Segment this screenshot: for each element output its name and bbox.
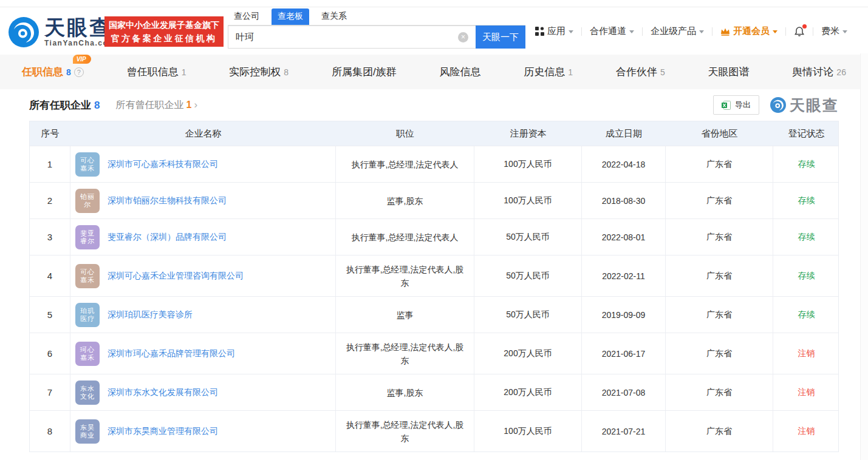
- top-nav: 应用 合作通道 企业级产品 开通会员: [535, 25, 847, 37]
- tab-public-opinion[interactable]: 舆情讨论 26: [790, 65, 849, 79]
- company-logo: 珀玑 医疗: [75, 303, 100, 327]
- row-index: 5: [30, 297, 70, 333]
- founding-date: 2021-06-17: [582, 333, 666, 374]
- tab-group[interactable]: 所属集团/族群: [329, 65, 399, 79]
- excel-icon: [722, 101, 731, 110]
- row-index: 2: [30, 183, 70, 218]
- company-logo: 可心 嘉禾: [75, 152, 100, 177]
- chevron-down-icon: [773, 30, 777, 33]
- status-badge: 注销: [773, 333, 839, 374]
- nav-open-vip[interactable]: 开通会员: [720, 25, 777, 37]
- divider: [642, 27, 643, 36]
- founding-date: 2021-07-21: [582, 411, 666, 452]
- province: 广东省: [666, 333, 773, 374]
- col-status: 登记状态: [773, 121, 839, 146]
- company-logo: 东昊 商业: [75, 419, 100, 444]
- founding-date: 2022-02-11: [582, 255, 666, 296]
- company-link[interactable]: 深圳市珂心嘉禾品牌管理有限公司: [108, 348, 235, 359]
- divider: [785, 27, 786, 36]
- search-button[interactable]: 天眼一下: [476, 25, 525, 49]
- province: 广东省: [666, 146, 773, 182]
- company-link[interactable]: 深圳市可心嘉禾科技有限公司: [108, 159, 218, 170]
- tab-past-positions[interactable]: 曾任职信息 1: [125, 65, 189, 79]
- registered-capital: 200万人民币: [474, 333, 582, 374]
- header: 天眼查 TianYanCha.com 国家中小企业发展子基金旗下 官方备案企业征…: [0, 7, 868, 55]
- positions-table: 序号 企业名称 职位 注册资本 成立日期 省份地区 登记状态 1 可心 嘉禾 深…: [29, 121, 839, 452]
- company-logo: 珂心 嘉禾: [75, 342, 100, 366]
- tab-positions[interactable]: 任职信息 8 ? VIP: [19, 65, 86, 79]
- all-positions-title[interactable]: 所有任职企业8: [29, 98, 100, 112]
- nav-cooperation[interactable]: 合作通道: [590, 25, 634, 37]
- position: 监事,股东: [336, 183, 474, 218]
- top-divider: [0, 0, 868, 7]
- status-badge: 注销: [773, 374, 839, 410]
- company-link[interactable]: 斐亚睿尔（深圳）品牌有限公司: [108, 232, 227, 243]
- province: 广东省: [666, 411, 773, 452]
- company-link[interactable]: 深圳市东昊商业管理有限公司: [108, 426, 218, 437]
- registered-capital: 50万人民币: [474, 219, 582, 255]
- nav-user[interactable]: 费米: [821, 25, 847, 37]
- founding-date: 2018-08-30: [582, 183, 666, 218]
- company-link[interactable]: 深圳可心嘉禾企业管理咨询有限公司: [108, 271, 244, 282]
- past-positions-link[interactable]: 所有曾任职企业 1 ›: [115, 99, 197, 112]
- position: 执行董事,总经理,法定代表人,股东: [336, 333, 474, 374]
- search-tab-company[interactable]: 查公司: [228, 8, 265, 25]
- company-link[interactable]: 深圳市东水文化发展有限公司: [108, 387, 218, 398]
- row-index: 4: [30, 255, 70, 296]
- position: 监事: [336, 297, 474, 333]
- tianyancha-logo-icon: [9, 17, 39, 47]
- search-tab-relation[interactable]: 查关系: [315, 8, 353, 25]
- section-header: 所有任职企业8 所有曾任职企业 1 › 导出: [29, 89, 839, 121]
- nav-apps[interactable]: 应用: [535, 25, 573, 37]
- official-credential-badge: 国家中小企业发展子基金旗下 官方备案企业征信机构: [104, 16, 224, 47]
- apps-grid-icon: [535, 27, 544, 36]
- table-row: 4 可心 嘉禾 深圳可心嘉禾企业管理咨询有限公司 执行董事,总经理,法定代表人,…: [30, 255, 838, 296]
- position: 执行董事,总经理,法定代表人: [336, 219, 474, 255]
- company-logo: 铂丽 尔: [75, 189, 100, 213]
- company-link[interactable]: 深圳珀玑医疗美容诊所: [108, 309, 193, 320]
- status-badge: 存续: [773, 297, 839, 333]
- company-link[interactable]: 深圳市铂丽尔生物科技有限公司: [108, 195, 227, 206]
- province: 广东省: [666, 219, 773, 255]
- help-icon[interactable]: ?: [74, 67, 84, 77]
- col-company: 企业名称: [70, 121, 336, 146]
- founding-date: 2019-09-09: [582, 297, 666, 333]
- scrollbar[interactable]: [860, 53, 868, 460]
- badge-line-2: 官方备案企业征信机构: [111, 32, 217, 45]
- clear-search-icon[interactable]: ×: [458, 32, 468, 42]
- registered-capital: 100万人民币: [474, 146, 582, 182]
- export-button[interactable]: 导出: [713, 95, 759, 115]
- province: 广东省: [666, 255, 773, 296]
- status-badge: 存续: [773, 183, 839, 218]
- notifications-bell[interactable]: [794, 26, 805, 37]
- positions-count: 8: [94, 100, 100, 111]
- tab-graph[interactable]: 天眼图谱: [706, 65, 752, 79]
- table-row: 7 东水 文化 深圳市东水文化发展有限公司 监事,股东 200万人民币 2021…: [30, 374, 838, 410]
- col-province: 省份地区: [666, 121, 773, 146]
- vip-badge: VIP: [73, 55, 91, 64]
- search-module: 查公司 查老板 查关系 × 天眼一下: [228, 8, 525, 49]
- row-index: 3: [30, 219, 70, 255]
- divider: [813, 27, 813, 36]
- table-row: 6 珂心 嘉禾 深圳市珂心嘉禾品牌管理有限公司 执行董事,总经理,法定代表人,股…: [30, 333, 838, 374]
- row-index: 7: [30, 374, 70, 410]
- search-input[interactable]: [228, 26, 476, 48]
- founding-date: 2021-07-08: [582, 374, 666, 410]
- tab-history[interactable]: 历史信息 1: [521, 65, 575, 79]
- table-row: 5 珀玑 医疗 深圳珀玑医疗美容诊所 监事 50万人民币 2019-09-09 …: [30, 296, 838, 333]
- founding-date: 2022-04-18: [582, 146, 666, 182]
- username: 费米: [821, 25, 839, 37]
- tab-partners[interactable]: 合作伙伴 5: [613, 65, 668, 79]
- tab-actual-control[interactable]: 实际控制权 8: [227, 65, 291, 79]
- nav-enterprise-products[interactable]: 企业级产品: [651, 25, 704, 37]
- col-date: 成立日期: [582, 121, 666, 146]
- tab-risk[interactable]: 风险信息: [437, 65, 483, 79]
- tianyancha-logo[interactable]: 天眼查 TianYanCha.com: [9, 16, 115, 47]
- crown-icon: [720, 27, 730, 36]
- registered-capital: 50万人民币: [474, 255, 582, 296]
- chevron-right-icon: ›: [194, 99, 197, 111]
- chevron-down-icon: [699, 30, 704, 33]
- company-logo: 斐亚 睿尔: [75, 225, 100, 249]
- row-index: 1: [30, 146, 70, 182]
- search-tab-boss[interactable]: 查老板: [272, 8, 309, 25]
